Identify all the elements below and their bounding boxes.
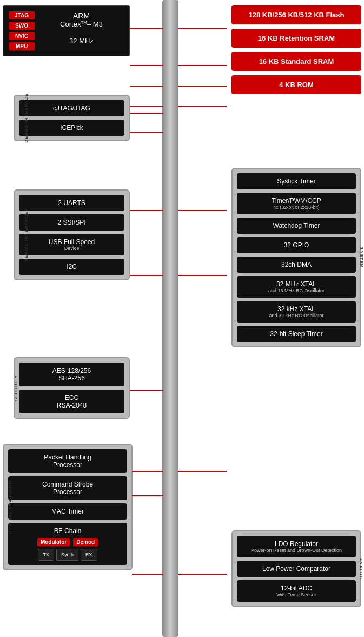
arm-title-line1: ARM (39, 11, 124, 20)
adc-box: 12-bit ADC With Temp Sensor (237, 580, 356, 602)
serial-section: SERIAL INTERFACES 2 UARTS 2 SSI/SPI USB … (14, 189, 130, 280)
lpc-line-left (132, 574, 163, 575)
arm-rom-right (178, 106, 227, 107)
security-label: SECURITY (14, 375, 18, 401)
usb-box: USB Full Speed Device (19, 234, 124, 255)
comparator-box: Low Power Comparator (237, 561, 356, 577)
icepick-box: ICEPick (19, 120, 124, 136)
arm-flash-line (130, 28, 163, 29)
packet-line-left (132, 471, 163, 472)
uarts-right-line (178, 210, 227, 211)
debug-section: DEBUG INTERFACE cJTAG/JTAG ICEPick (14, 95, 130, 141)
gpio-box: 32 GPIO (237, 237, 356, 253)
arm-section: JTAG SWO NVIC MPU ARM CortexTM– M3 32 MH… (3, 5, 130, 56)
cjtag-line (130, 113, 163, 114)
arm-retention-line (178, 65, 227, 66)
jtag-badge: JTAG (9, 11, 35, 19)
ldo-box: LDO Regulator Power-on Reset and Brown-O… (237, 536, 356, 557)
center-spine (162, 0, 178, 637)
flash-box: 128 KB/256 KB/512 KB Flash (231, 5, 361, 24)
watchdog-line-left (130, 275, 163, 276)
demod-badge: Demod (73, 538, 98, 546)
khz-xtal-box: 32 kHz XTAL and 32 kHz RC Oscillator (237, 301, 356, 323)
retention-sram-box: 16 KB Retention SRAM (231, 29, 361, 48)
radio-section: IEEE 802.15.4 RADIO Packet HandlingProce… (3, 444, 133, 570)
arm-badges: JTAG SWO NVIC MPU (9, 11, 35, 50)
arm-freq: 32 MHz (39, 37, 124, 45)
uarts-box: 2 UARTS (19, 195, 124, 211)
rx-badge: RX (81, 549, 97, 561)
arm-rom-left (130, 106, 163, 107)
arm-std-left (130, 86, 163, 87)
timer-pwm-box: Timer/PWM/CCP 4x (32-bit or 2x16-bit) (237, 193, 356, 214)
cmdstrobe-line-left (132, 495, 163, 496)
watchdog-box: Watchdog Timer (237, 218, 356, 234)
watchdog-line-right (178, 275, 227, 276)
radio-label: IEEE 802.15.4 RADIO (8, 481, 12, 534)
analog-section: ANALOG LDO Regulator Power-on Reset and … (231, 530, 361, 607)
arm-cortex: CortexTM– M3 (39, 20, 124, 28)
arm-ret-left (130, 65, 163, 66)
ssi-box: 2 SSI/SPI (19, 214, 124, 231)
systick-box: Systick Timer (237, 173, 356, 189)
tx-badge: TX (38, 549, 54, 561)
system-section: SYSTEM Systick Timer Timer/PWM/CCP 4x (3… (231, 168, 361, 347)
icepick-line (130, 132, 163, 133)
rom-box: 4 KB ROM (231, 75, 361, 94)
uarts-line (130, 210, 163, 211)
analog-label: ANALOG (359, 558, 363, 580)
serial-label: SERIAL INTERFACES (24, 208, 29, 261)
ecc-line-left (130, 390, 163, 391)
memory-section: 128 KB/256 KB/512 KB Flash 16 KB Retenti… (231, 5, 361, 98)
packet-line-right (178, 471, 227, 472)
swo-badge: SWO (9, 22, 35, 30)
dma-box: 32ch DMA (237, 257, 356, 273)
sleep-timer-box: 32-bit Sleep Timer (237, 326, 356, 342)
mhz-xtal-box: 32 MHz XTAL and 16 MHz RC Oscillator (237, 276, 356, 298)
lpc-line-right (178, 574, 227, 575)
debug-label: DEBUG INTERFACE (24, 93, 29, 142)
flash-right-line (178, 28, 227, 29)
security-section: SECURITY AES-128/256SHA-256 ECCRSA-2048 (14, 357, 130, 419)
command-strobe-box: Command StrobeProcessor (8, 476, 127, 500)
rf-chain-box: RF Chain Modulator Demod TX Synth RX (8, 523, 127, 565)
packet-box: Packet HandlingProcessor (8, 449, 127, 473)
standard-sram-box: 16 KB Standard SRAM (231, 52, 361, 71)
mpu-badge: MPU (9, 42, 35, 50)
arm-title-block: ARM CortexTM– M3 32 MHz (39, 11, 124, 45)
cjtag-box: cJTAG/JTAG (19, 100, 124, 116)
nvic-badge: NVIC (9, 32, 35, 40)
system-label: SYSTEM (359, 247, 364, 268)
modulator-badge: Modulator (37, 538, 70, 546)
synth-badge: Synth (56, 549, 78, 561)
i2c-box: I2C (19, 259, 124, 275)
arm-std-right (178, 86, 227, 87)
ecc-box: ECCRSA-2048 (19, 390, 124, 413)
aes-box: AES-128/256SHA-256 (19, 363, 124, 386)
mac-timer-box: MAC Timer (8, 503, 127, 520)
